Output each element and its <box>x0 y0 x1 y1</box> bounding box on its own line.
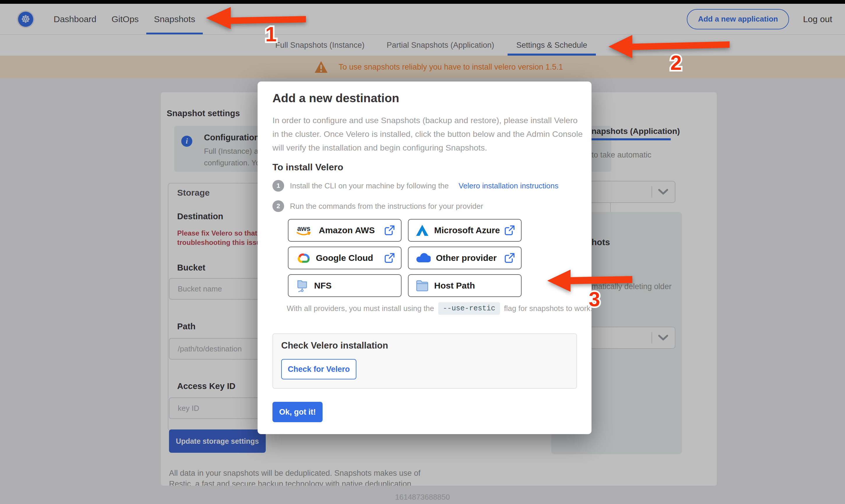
admin-console-page: ☸ Dashboard GitOps Snapshots Add a new a… <box>0 0 845 504</box>
provider-label: Microsoft Azure <box>434 226 500 235</box>
external-link-icon <box>384 225 395 236</box>
ok-got-it-button[interactable]: Ok, got it! <box>272 402 322 422</box>
step-1-text: Install the CLI on your machine by follo… <box>290 181 449 191</box>
step-2-badge: 2 <box>272 200 284 212</box>
check-velero-box: Check Velero installation Check for Vele… <box>272 334 577 389</box>
provider-label: NFS <box>314 281 332 291</box>
provider-label: Google Cloud <box>316 253 373 263</box>
provider-grid: aws Amazon AWS Microsoft Azure <box>288 219 522 297</box>
provider-other-button[interactable]: Other provider <box>408 247 522 269</box>
restic-note-prefix: With all providers, you must install usi… <box>287 304 434 313</box>
install-step-2: 2 Run the commands from the instructions… <box>272 200 483 212</box>
provider-nfs-button[interactable]: NFS <box>288 274 402 297</box>
aws-logo-icon: aws <box>296 224 314 237</box>
modal-intro-text: In order to configure and use Snapshots … <box>272 113 586 155</box>
provider-microsoft-azure-button[interactable]: Microsoft Azure <box>408 219 522 242</box>
google-cloud-logo-icon <box>296 252 311 264</box>
step-1-badge: 1 <box>272 180 284 192</box>
velero-instructions-link[interactable]: Velero installation instructions <box>459 181 559 191</box>
cloud-icon <box>416 252 431 264</box>
add-destination-modal: Add a new destination In order to config… <box>258 82 592 434</box>
provider-google-cloud-button[interactable]: Google Cloud <box>288 247 402 269</box>
provider-label: Amazon AWS <box>319 226 375 235</box>
provider-label: Other provider <box>436 253 496 263</box>
check-velero-heading: Check Velero installation <box>281 340 388 351</box>
step-2-text: Run the commands from the instructions f… <box>290 202 483 211</box>
external-link-icon <box>504 225 515 236</box>
provider-host-path-button[interactable]: Host Path <box>408 274 522 297</box>
restic-note: With all providers, you must install usi… <box>287 302 592 315</box>
install-step-1: 1 Install the CLI on your machine by fol… <box>272 180 558 192</box>
restic-note-suffix: flag for snapshots to work. <box>504 304 592 313</box>
restic-flag-chip: --use-restic <box>438 302 500 315</box>
modal-title: Add a new destination <box>272 91 399 105</box>
nfs-network-folder-icon <box>296 279 309 292</box>
azure-logo-icon <box>416 224 429 236</box>
check-for-velero-button[interactable]: Check for Velero <box>281 359 356 379</box>
folder-icon <box>416 280 429 291</box>
external-link-icon <box>384 252 395 264</box>
provider-amazon-aws-button[interactable]: aws Amazon AWS <box>288 219 402 242</box>
install-velero-heading: To install Velero <box>272 162 343 173</box>
svg-text:aws: aws <box>297 224 310 232</box>
external-link-icon <box>504 252 515 264</box>
provider-label: Host Path <box>434 281 475 291</box>
